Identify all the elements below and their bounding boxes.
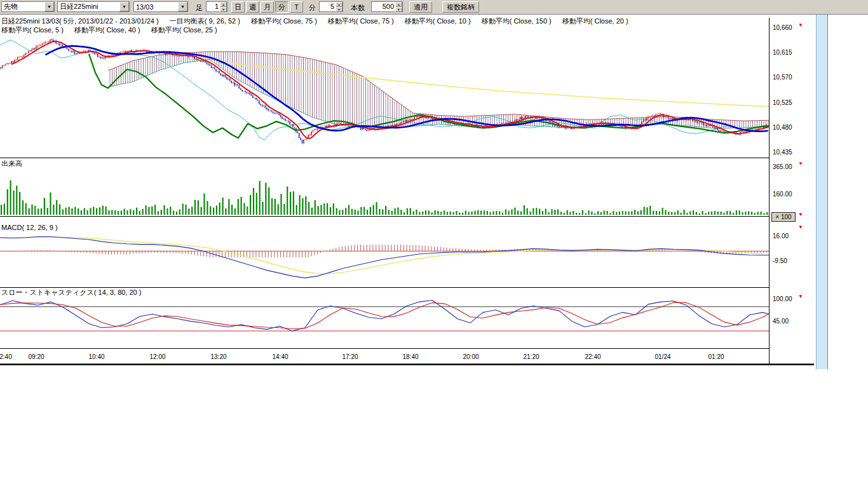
axis-tick-label: 160.00 bbox=[773, 191, 792, 198]
stochastics-panel[interactable] bbox=[0, 301, 769, 331]
chart-canvas[interactable] bbox=[0, 0, 832, 369]
contract-month-value: 13/03 bbox=[136, 3, 154, 11]
time-tick-label: 12:00 bbox=[147, 353, 168, 360]
time-tick-label: 21:20 bbox=[521, 353, 541, 360]
axis-tick-label: 10,435 bbox=[773, 149, 792, 156]
spinner-up-icon[interactable]: ▲ bbox=[395, 2, 402, 7]
trading-app-window: 先物 ▼ 日経225mini ▼ 13/03 ▼ 足 1 ▲▼ 日週月分T 分 … bbox=[0, 0, 868, 488]
time-tick-label: 01:20 bbox=[706, 353, 726, 360]
spinner-up-icon[interactable]: ▲ bbox=[336, 2, 342, 7]
time-axis: 2:4009:2010:4012:0013:2014:4017:2018:402… bbox=[0, 353, 769, 362]
spinner-down-icon[interactable]: ▼ bbox=[336, 7, 342, 12]
time-tick-label: 09:20 bbox=[26, 353, 46, 360]
time-tick-label: 10:40 bbox=[86, 353, 107, 360]
chevron-down-icon[interactable]: ▼ bbox=[44, 2, 54, 11]
period-button-月[interactable]: 月 bbox=[261, 1, 274, 13]
indicator-label: 移動平均( Close, 10 ) bbox=[405, 17, 471, 25]
volume-panel[interactable] bbox=[1, 180, 768, 215]
count-label: 本数 bbox=[351, 3, 365, 13]
axis-tick-label: 100.00 bbox=[773, 295, 792, 302]
collapse-panel-icon[interactable]: ▼ bbox=[798, 23, 803, 28]
macd-panel-label: MACD( 12, 26, 9 ) bbox=[1, 224, 58, 231]
instrument-type-value: 先物 bbox=[4, 2, 18, 11]
macd-panel[interactable] bbox=[0, 237, 769, 278]
time-tick-label: 22:40 bbox=[583, 353, 603, 360]
instrument-type-select[interactable]: 先物 ▼ bbox=[1, 1, 55, 12]
axis-tick-label: 10,570 bbox=[773, 74, 792, 81]
collapse-panel-icon[interactable]: ▼ bbox=[798, 225, 803, 230]
axis-tick-label: -9.50 bbox=[773, 257, 787, 264]
indicator-label: 移動平均( Close, 5 ) bbox=[1, 26, 64, 34]
minute-spinner[interactable]: 5 ▲▼ bbox=[319, 1, 343, 12]
price-panel[interactable] bbox=[0, 38, 769, 144]
collapse-panel-icon[interactable]: ▼ bbox=[798, 294, 803, 299]
period-button-週[interactable]: 週 bbox=[246, 1, 259, 13]
toolbar: 先物 ▼ 日経225mini ▼ 13/03 ▼ 足 1 ▲▼ 日週月分T 分 … bbox=[0, 0, 868, 15]
count-spinner[interactable]: 500 ▲▼ bbox=[371, 1, 403, 12]
period-button-分[interactable]: 分 bbox=[275, 1, 288, 13]
indicator-label: 移動平均( Close, 20 ) bbox=[562, 17, 628, 25]
volume-panel-label: 出来高 bbox=[1, 159, 22, 168]
indicator-label: 移動平均( Close, 40 ) bbox=[74, 26, 140, 34]
count-value: 500 bbox=[372, 2, 395, 11]
indicator-label: 日経225mini 13/03( 5分, 2013/01/22 - 2013/0… bbox=[1, 17, 159, 25]
indicator-label: 移動平均( Close, 150 ) bbox=[482, 17, 552, 25]
value-axis: 10,66010,61510,57010,52510,48010,435365.… bbox=[769, 0, 817, 369]
time-tick-label: 20:00 bbox=[461, 353, 481, 360]
time-tick-label: 17:20 bbox=[340, 353, 360, 360]
time-tick-label: 14:40 bbox=[270, 353, 290, 360]
symbol-value: 日経225mini bbox=[60, 2, 98, 11]
time-tick-label: 18:40 bbox=[400, 353, 421, 360]
vertical-scrollbar[interactable] bbox=[816, 0, 828, 369]
time-tick-label: 2:40 bbox=[0, 353, 16, 360]
minute-value: 5 bbox=[320, 2, 336, 11]
apply-button[interactable]: 適用 bbox=[409, 1, 432, 13]
spinner-down-icon[interactable]: ▼ bbox=[220, 7, 227, 12]
chart-header-line1: 日経225mini 13/03( 5分, 2013/01/22 - 2013/0… bbox=[1, 17, 639, 26]
indicator-label: 移動平均( Close, 25 ) bbox=[151, 26, 217, 34]
contract-month-select[interactable]: 13/03 ▼ bbox=[133, 1, 188, 12]
multi-symbol-button[interactable]: 複数銘柄 bbox=[442, 1, 479, 13]
indicator-label: 移動平均( Close, 75 ) bbox=[251, 17, 317, 25]
axis-tick-label: 365.00 bbox=[773, 163, 792, 170]
period-button-日[interactable]: 日 bbox=[231, 1, 245, 13]
spinner-up-icon[interactable]: ▲ bbox=[220, 2, 227, 7]
spinner-down-icon[interactable]: ▼ bbox=[395, 7, 402, 12]
stochastics-panel-label: スロー・ストキャスティクス( 14, 3, 80, 20 ) bbox=[1, 288, 141, 297]
volume-scale-box: × 100 bbox=[771, 212, 796, 222]
axis-tick-label: 10,525 bbox=[773, 99, 792, 106]
collapse-panel-icon[interactable]: ▼ bbox=[798, 212, 803, 217]
symbol-select[interactable]: 日経225mini ▼ bbox=[57, 1, 130, 12]
bar-type-label: 足 bbox=[196, 3, 203, 13]
chart-header-line2: 移動平均( Close, 5 )移動平均( Close, 40 )移動平均( C… bbox=[1, 25, 228, 35]
axis-tick-label: 10,480 bbox=[773, 124, 792, 131]
axis-tick-label: 10,615 bbox=[773, 49, 792, 56]
period-buttons-group: 日週月分T bbox=[231, 1, 303, 13]
time-tick-label: 01/24 bbox=[653, 353, 673, 360]
indicator-label: 移動平均( Close, 75 ) bbox=[328, 17, 394, 25]
collapse-panel-icon[interactable]: ▼ bbox=[798, 161, 803, 166]
minute-label: 分 bbox=[309, 3, 316, 13]
bar-count-spinner[interactable]: 1 ▲▼ bbox=[206, 1, 227, 12]
axis-tick-label: 45.00 bbox=[773, 318, 789, 325]
period-button-T[interactable]: T bbox=[290, 1, 303, 13]
chevron-down-icon[interactable]: ▼ bbox=[178, 2, 187, 11]
indicator-label: 一目均衡表( 9, 26, 52 ) bbox=[170, 17, 240, 25]
axis-tick-label: 10,660 bbox=[773, 24, 792, 31]
bar-count-value: 1 bbox=[207, 2, 220, 11]
chevron-down-icon[interactable]: ▼ bbox=[119, 2, 129, 11]
time-tick-label: 13:20 bbox=[208, 353, 229, 360]
axis-tick-label: 16.00 bbox=[773, 233, 789, 240]
